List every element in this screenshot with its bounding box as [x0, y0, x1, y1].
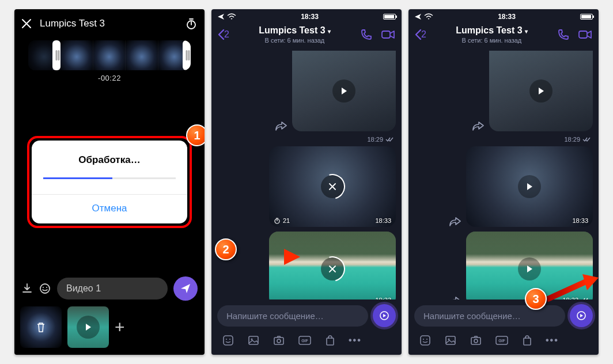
video-message-1[interactable] [489, 51, 593, 131]
gallery-icon[interactable] [247, 334, 260, 347]
voice-call-icon[interactable] [360, 28, 373, 41]
processing-modal-highlight: Обработка… Отмена [27, 136, 192, 228]
trash-icon[interactable] [35, 321, 47, 333]
close-icon[interactable] [21, 18, 32, 29]
svg-rect-17 [579, 31, 587, 38]
message-timestamp: 18:29 [220, 136, 393, 143]
video-call-icon[interactable] [578, 28, 593, 41]
svg-text:GIF: GIF [301, 339, 308, 343]
message-timestamp: 18:33 [572, 217, 588, 224]
svg-rect-28 [524, 338, 531, 345]
timer-icon[interactable] [185, 17, 198, 30]
chat-title-block[interactable]: Lumpics Test 3▾ В сети: 6 мин. назад [426, 25, 557, 44]
forward-icon[interactable] [275, 121, 287, 131]
svg-rect-22 [446, 336, 455, 344]
gallery-icon[interactable] [444, 334, 457, 347]
wifi-icon [424, 13, 433, 20]
delivered-check-icon [582, 136, 591, 142]
svg-point-23 [448, 339, 450, 340]
annotation-marker-3: 3 [525, 288, 547, 310]
svg-point-2 [43, 287, 44, 288]
svg-point-13 [277, 339, 281, 343]
message-timestamp: 18:33 [375, 217, 391, 224]
cancel-upload-button[interactable] [321, 257, 344, 280]
voice-message-button[interactable] [373, 304, 396, 327]
chat-screen-uploading: 18:33 2 Lumpics Test 3▾ В сети: 6 мин. н… [211, 9, 402, 355]
shop-icon[interactable] [324, 334, 336, 347]
chat-composer: Напишите сообщение… GIF ••• [211, 299, 402, 355]
trim-handle-left[interactable] [52, 40, 60, 70]
progress-bar [43, 177, 176, 179]
shop-icon[interactable] [521, 334, 533, 347]
trim-handle-right[interactable] [183, 40, 191, 70]
camera-icon[interactable] [273, 334, 285, 347]
svg-point-9 [229, 339, 230, 340]
forward-icon[interactable] [449, 217, 461, 227]
annotation-arrow-2 [232, 245, 301, 268]
messages-list[interactable]: 18:29 18:33 18:33 [408, 48, 599, 299]
cancel-button[interactable]: Отмена [32, 195, 187, 223]
svg-point-20 [423, 339, 424, 340]
airplane-icon [414, 13, 422, 20]
message-input[interactable]: Напишите сообщение… [414, 305, 565, 327]
back-count: 2 [421, 29, 426, 40]
battery-icon [580, 14, 593, 20]
send-button[interactable] [173, 276, 198, 301]
modal-title: Обработка… [32, 154, 187, 166]
chat-subtitle: В сети: 6 мин. назад [426, 37, 557, 44]
cancel-upload-button[interactable] [321, 175, 344, 198]
message-input[interactable]: Напишите сообщение… [217, 305, 368, 327]
play-icon [77, 316, 100, 339]
annotation-marker-1: 1 [186, 124, 205, 146]
video-call-icon[interactable] [381, 28, 396, 41]
chevron-down-icon: ▾ [525, 28, 528, 35]
annotation-marker-2: 2 [215, 238, 237, 260]
status-bar: 18:33 [408, 9, 599, 22]
status-time: 18:33 [301, 13, 319, 21]
video-trim-timeline[interactable] [28, 40, 191, 70]
chat-title-block[interactable]: Lumpics Test 3▾ В сети: 6 мин. назад [229, 25, 360, 44]
download-icon[interactable] [21, 283, 33, 294]
more-icon[interactable]: ••• [349, 335, 362, 346]
voice-message-button[interactable] [570, 304, 593, 327]
gif-icon[interactable]: GIF [495, 335, 509, 346]
back-button[interactable]: 2 [414, 29, 426, 40]
svg-point-11 [251, 339, 253, 340]
svg-point-1 [40, 284, 50, 293]
chat-title: Lumpics Test 3 [456, 25, 522, 35]
editor-header: Lumpics Test 3 [14, 9, 205, 36]
attachment-thumbnails: + [14, 306, 205, 355]
video-message-2[interactable]: 18:33 [466, 146, 593, 227]
status-time: 18:33 [498, 13, 516, 21]
sticker-icon[interactable] [39, 282, 51, 295]
voice-call-icon[interactable] [557, 28, 570, 41]
back-button[interactable]: 2 [217, 29, 229, 40]
more-icon[interactable]: ••• [546, 335, 559, 346]
gif-icon[interactable]: GIF [298, 335, 312, 346]
attachment-thumb-1[interactable] [20, 306, 62, 348]
camera-icon[interactable] [470, 334, 482, 347]
wifi-icon [227, 13, 236, 20]
battery-icon [383, 14, 396, 20]
status-bar: 18:33 [211, 9, 402, 22]
video-editor-screen: Lumpics Test 3 -00:22 Обработка… Отмена [14, 9, 205, 355]
message-timestamp: 18:33 [375, 297, 391, 299]
svg-rect-7 [224, 336, 233, 345]
svg-rect-12 [274, 338, 283, 344]
caption-input[interactable]: Видео 1 [57, 278, 168, 299]
chat-title: Lumpics Test 3 [259, 25, 325, 35]
sticker-panel-icon[interactable] [419, 334, 432, 347]
video-message-1[interactable] [292, 51, 396, 131]
processing-modal: Обработка… Отмена [32, 141, 187, 223]
attachment-thumb-2[interactable] [67, 306, 109, 348]
editor-title: Lumpics Test 3 [40, 18, 105, 29]
chat-subtitle: В сети: 6 мин. назад [229, 37, 360, 44]
play-icon [518, 175, 541, 198]
chat-header: 2 Lumpics Test 3▾ В сети: 6 мин. назад [211, 22, 402, 48]
video-message-2-uploading[interactable]: 21 18:33 [269, 146, 396, 227]
add-attachment-button[interactable]: + [115, 317, 125, 337]
svg-rect-4 [382, 31, 390, 38]
forward-icon[interactable] [472, 121, 485, 131]
play-icon [529, 79, 553, 103]
sticker-panel-icon[interactable] [222, 334, 234, 347]
